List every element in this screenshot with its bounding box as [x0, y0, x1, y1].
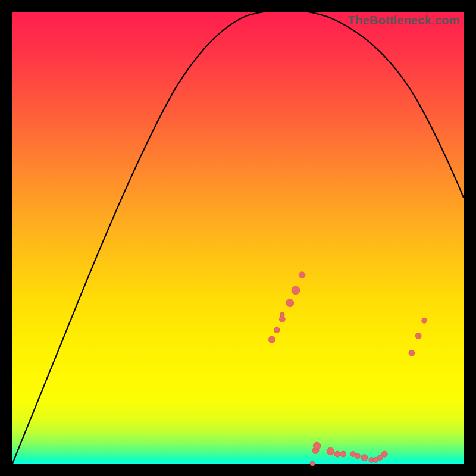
data-point	[334, 451, 340, 457]
data-point	[415, 333, 421, 339]
data-point	[280, 312, 284, 317]
data-point	[268, 336, 275, 343]
data-point	[422, 318, 427, 323]
bottleneck-curve	[12, 10, 464, 464]
chart-svg	[12, 12, 464, 464]
data-point	[355, 453, 360, 459]
chart-plot-area: TheBottleneck.com	[12, 12, 464, 464]
data-point	[292, 286, 300, 295]
data-point	[313, 442, 321, 450]
data-point	[310, 461, 315, 466]
data-point	[274, 327, 280, 333]
data-point	[361, 455, 368, 461]
data-point	[327, 447, 334, 455]
data-point	[286, 299, 294, 307]
data-point	[340, 451, 346, 457]
highlighted-points-group	[268, 272, 427, 466]
data-point	[299, 272, 305, 278]
data-point	[409, 350, 415, 356]
data-point	[381, 451, 387, 457]
